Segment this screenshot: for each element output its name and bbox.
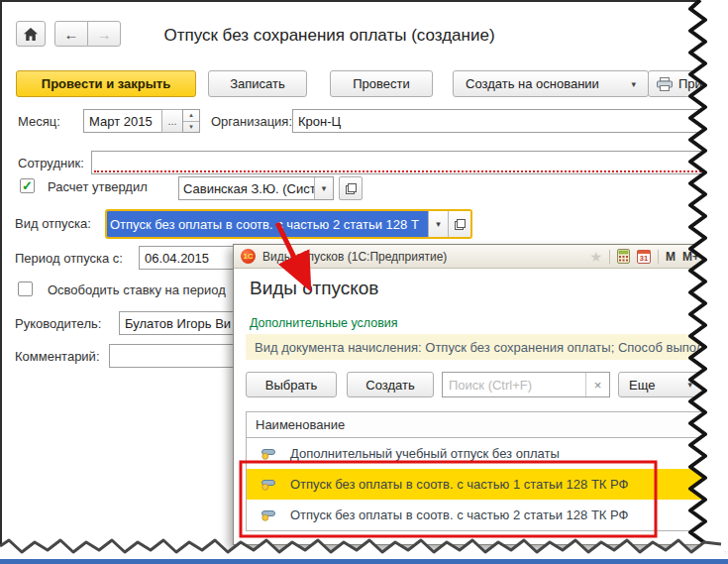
titlebar-separator (658, 250, 659, 264)
approved-by-label: Расчет утвердил (48, 179, 148, 194)
calculator-icon[interactable] (617, 249, 630, 264)
month-input[interactable]: Март 2015 (83, 109, 162, 133)
approved-by-value: Савинская З.Ю. (Системны (179, 177, 314, 199)
vacation-kind-dropdown-button[interactable]: ▾ (428, 211, 448, 237)
vacation-kind-open-button[interactable] (448, 211, 470, 237)
accrual-kind-info-bar: Вид документа начисления: Отпуск без сох… (246, 334, 727, 360)
period-from-label: Период отпуска с: (15, 251, 123, 266)
check-icon: ✓ (22, 179, 33, 192)
post-and-close-button[interactable]: Провести и закрыть (16, 70, 196, 97)
period-from-input[interactable]: 06.04.2015 (139, 246, 235, 270)
order-print-button[interactable]: Приказ (648, 70, 728, 97)
manager-input[interactable]: Булатов Игорь Ви (119, 311, 235, 335)
dialog-header: Виды отпусков (250, 278, 378, 299)
month-label: Месяц: (18, 114, 60, 129)
select-button[interactable]: Выбрать (246, 372, 337, 397)
search-box: × (442, 372, 610, 397)
vacation-kinds-dialog: 1С Виды отпусков (1С:Предприятие) ★ (233, 244, 728, 545)
comment-label: Комментарий: (15, 349, 100, 364)
vacation-kind-item-icon (260, 447, 277, 460)
vacation-kinds-table: Наименование ↓ Дополнительный учебный от… (246, 411, 717, 531)
month-picker-button[interactable]: ... (161, 109, 183, 133)
1c-logo-icon: 1С (241, 249, 256, 264)
spin-up-icon[interactable]: ▴ (183, 110, 199, 121)
vacation-kind-combo[interactable]: Отпуск без оплаты в соотв. с частью 2 ст… (105, 209, 472, 239)
release-position-checkbox[interactable] (18, 282, 33, 296)
more-button[interactable]: Еще ▾ (618, 372, 703, 397)
post-button[interactable]: Провести (330, 70, 433, 97)
create-button[interactable]: Создать (347, 372, 434, 397)
employee-label: Сотрудник: (18, 156, 84, 170)
printer-icon (657, 77, 673, 91)
search-input[interactable] (443, 373, 585, 396)
organization-label: Организация: (211, 114, 292, 129)
search-clear-button[interactable]: × (585, 373, 609, 396)
row-label: Отпуск без оплаты в соотв. с частью 1 ст… (290, 477, 628, 492)
chevron-down-icon: ▾ (436, 219, 441, 229)
memory-minus-button[interactable]: M- (706, 250, 720, 264)
vacation-kind-item-icon (260, 508, 277, 521)
open-link-icon (455, 219, 466, 230)
table-row[interactable]: Отпуск без оплаты в соотв. с частью 2 ст… (247, 500, 716, 530)
manager-label: Руководитель: (15, 316, 101, 331)
sort-descending-icon: ↓ (698, 418, 704, 432)
approved-by-open-button[interactable] (339, 176, 363, 200)
frame-top-line (0, 0, 728, 2)
chevron-down-icon: ▾ (631, 79, 636, 89)
vacation-kind-value-selected: Отпуск без оплаты в соотв. с частью 2 ст… (107, 211, 428, 237)
titlebar-separator (609, 250, 610, 264)
create-based-on-label: Создать на основании (466, 76, 599, 91)
dialog-title: Виды отпусков (1С:Предприятие) (262, 250, 447, 264)
row-label: Дополнительный учебный отпуск без оплаты (290, 446, 560, 461)
additional-conditions-link[interactable]: Дополнительные условия (250, 316, 398, 330)
more-label: Еще (629, 378, 655, 393)
svg-text:31: 31 (640, 254, 648, 263)
vacation-kind-label: Вид отпуска: (15, 216, 91, 231)
comment-input[interactable] (109, 344, 235, 368)
table-header-name-column[interactable]: Наименование ↓ (247, 412, 716, 438)
ellipsis-icon: ... (167, 115, 176, 127)
employee-input[interactable] (91, 151, 716, 174)
order-label: Приказ (678, 76, 721, 91)
vacation-kind-item-icon (260, 478, 277, 491)
frame-left-line (0, 0, 2, 564)
organization-input[interactable]: Крон-Ц (292, 109, 716, 133)
approved-by-dropdown-button[interactable]: ▾ (314, 177, 333, 199)
approved-by-checkbox[interactable]: ✓ (20, 178, 35, 193)
table-row-selected[interactable]: Отпуск без оплаты в соотв. с частью 1 ст… (247, 469, 716, 500)
release-position-label: Освободить ставку на период (48, 282, 226, 297)
month-stepper[interactable]: ▴ ▾ (182, 109, 200, 133)
chevron-down-icon: ▾ (687, 380, 692, 390)
bottom-blue-bar (0, 559, 728, 564)
spin-down-icon[interactable]: ▾ (183, 121, 199, 133)
approved-by-combo[interactable]: Савинская З.Ю. (Системны ▾ (178, 176, 334, 200)
calendar-icon[interactable]: 31 (637, 249, 651, 264)
memory-recall-button[interactable]: M (666, 250, 676, 264)
column-header-label: Наименование (256, 417, 345, 432)
open-link-icon (346, 183, 357, 194)
1c-application-window: ← → Отпуск без сохранения оплаты (создан… (0, 0, 728, 564)
memory-plus-button[interactable]: M+ (682, 250, 699, 264)
table-row[interactable]: Дополнительный учебный отпуск без оплаты (247, 438, 716, 469)
dialog-titlebar[interactable]: 1С Виды отпусков (1С:Предприятие) ★ (234, 245, 727, 269)
favorites-star-icon[interactable]: ★ (589, 249, 602, 265)
save-button[interactable]: Записать (208, 70, 307, 97)
create-based-on-button[interactable]: Создать на основании ▾ (453, 70, 649, 97)
row-label: Отпуск без оплаты в соотв. с частью 2 ст… (290, 508, 628, 522)
page-title: Отпуск без сохранения оплаты (создание) (0, 26, 659, 46)
chevron-down-icon: ▾ (322, 183, 327, 193)
